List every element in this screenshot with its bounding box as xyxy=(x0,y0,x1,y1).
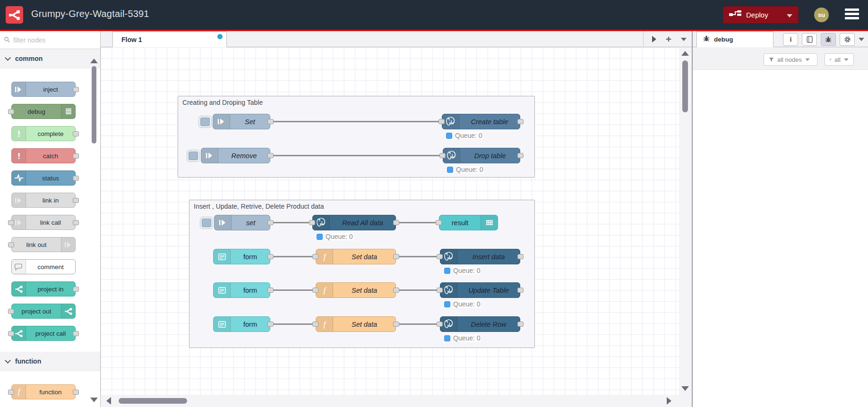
output-port[interactable] xyxy=(517,322,524,327)
output-port[interactable] xyxy=(267,153,274,158)
canvas-vscroll-thumb[interactable] xyxy=(682,60,688,112)
flow-node-read-all-data[interactable]: Read All data xyxy=(312,215,396,230)
filter-nodes-input[interactable] xyxy=(13,34,94,46)
output-port[interactable] xyxy=(73,87,79,92)
inject-trigger-button[interactable] xyxy=(187,150,200,162)
canvas-horizontal-scrollbar[interactable] xyxy=(101,395,679,407)
flow-node-remove[interactable]: Remove xyxy=(201,148,270,163)
flow-node-set[interactable]: set xyxy=(214,215,270,230)
previous-tabs-icon[interactable] xyxy=(652,36,656,42)
input-port[interactable] xyxy=(8,220,14,225)
flow-node-drop-table[interactable]: Drop table xyxy=(443,148,520,163)
output-port[interactable] xyxy=(267,288,274,293)
palette-node-link-out[interactable]: link out xyxy=(11,237,76,252)
wire-n5-n6[interactable] xyxy=(273,222,310,223)
main-menu-icon[interactable] xyxy=(845,8,859,21)
input-port[interactable] xyxy=(437,322,443,327)
palette-node-link-call[interactable]: link call xyxy=(11,215,76,230)
sidebar-button-settings-icon[interactable] xyxy=(840,33,855,46)
flow-node-set[interactable]: Set xyxy=(213,114,270,129)
output-port[interactable] xyxy=(73,287,79,292)
flow-node-form[interactable]: form xyxy=(213,316,270,332)
tab-flow-1[interactable]: Flow 1 xyxy=(112,31,227,47)
flow-node-delete-row[interactable]: Delete Row xyxy=(440,316,520,332)
palette-scrollbar-thumb[interactable] xyxy=(92,66,96,144)
sidebar-button-debug-icon[interactable] xyxy=(821,33,836,46)
output-port[interactable] xyxy=(393,220,399,225)
sidebar-button-info-icon[interactable]: i xyxy=(783,33,798,46)
input-port[interactable] xyxy=(8,309,14,314)
flow-node-set-data[interactable]: fSet data xyxy=(316,316,396,332)
output-port[interactable] xyxy=(517,153,524,158)
input-port[interactable] xyxy=(437,288,443,293)
output-port[interactable] xyxy=(393,288,399,293)
output-port[interactable] xyxy=(73,198,79,203)
palette-node-project-out[interactable]: project out xyxy=(11,304,76,319)
wire-n9-n10[interactable] xyxy=(398,256,438,257)
deploy-button[interactable]: Deploy xyxy=(723,6,799,24)
output-port[interactable] xyxy=(517,288,524,293)
add-flow-icon[interactable]: + xyxy=(666,34,671,44)
user-avatar[interactable]: su xyxy=(814,8,829,22)
sidebar-button-library-icon[interactable] xyxy=(802,33,817,46)
inject-trigger-button[interactable] xyxy=(200,217,213,229)
palette-category-function[interactable]: function xyxy=(0,352,100,371)
palette-node-project-call[interactable]: project call xyxy=(11,326,76,341)
wire-n8-n9[interactable] xyxy=(273,256,313,257)
palette-node-debug[interactable]: debug xyxy=(11,104,76,119)
output-port[interactable] xyxy=(73,220,79,225)
tab-debug[interactable]: debug xyxy=(696,31,773,47)
palette-node-project-in[interactable]: project in xyxy=(11,281,76,297)
debug-clear-button[interactable]: all xyxy=(825,53,854,66)
input-port[interactable] xyxy=(8,109,14,114)
output-port[interactable] xyxy=(393,322,399,327)
palette-node-link-in[interactable]: link in xyxy=(11,193,76,208)
canvas-scroll-down-icon[interactable] xyxy=(681,386,689,391)
wire-n3-n4[interactable] xyxy=(273,155,440,156)
flow-node-update-table[interactable]: Update Table xyxy=(440,282,520,298)
input-port[interactable] xyxy=(436,220,442,225)
palette-scroll-up-icon[interactable] xyxy=(90,59,98,63)
palette-category-common[interactable]: common xyxy=(0,49,100,68)
output-port[interactable] xyxy=(517,119,524,124)
output-port[interactable] xyxy=(73,131,79,136)
sidebar-menu-caret-icon[interactable] xyxy=(859,38,864,41)
input-port[interactable] xyxy=(312,322,318,327)
input-port[interactable] xyxy=(309,220,315,225)
flow-node-insert-data[interactable]: Insert data xyxy=(440,249,520,264)
input-port[interactable] xyxy=(8,390,14,395)
palette-node-complete[interactable]: complete xyxy=(11,126,76,141)
input-port[interactable] xyxy=(312,288,318,293)
palette-node-comment[interactable]: comment xyxy=(11,259,76,274)
palette-node-catch[interactable]: catch xyxy=(11,148,76,163)
input-port[interactable] xyxy=(312,254,318,259)
output-port[interactable] xyxy=(73,176,79,181)
output-port[interactable] xyxy=(267,254,274,259)
inject-trigger-button[interactable] xyxy=(198,116,212,128)
input-port[interactable] xyxy=(8,242,14,247)
flow-node-form[interactable]: form xyxy=(213,249,270,264)
output-port[interactable] xyxy=(267,322,274,327)
canvas-hscroll-thumb[interactable] xyxy=(119,398,187,404)
wire-n15-n16[interactable] xyxy=(398,323,438,325)
input-port[interactable] xyxy=(439,153,446,158)
palette-scroll-down-icon[interactable] xyxy=(90,398,98,402)
flow-list-icon[interactable] xyxy=(681,38,687,41)
deploy-options-caret-icon[interactable] xyxy=(787,14,792,17)
palette-node-inject[interactable]: inject xyxy=(11,82,76,97)
palette-node-status[interactable]: status xyxy=(11,170,76,186)
output-port[interactable] xyxy=(73,390,79,395)
canvas-scroll-left-icon[interactable] xyxy=(106,397,111,405)
wire-n6-n7[interactable] xyxy=(398,222,437,223)
flow-node-set-data[interactable]: fSet data xyxy=(316,282,396,298)
output-port[interactable] xyxy=(393,254,399,259)
flow-node-set-data[interactable]: fSet data xyxy=(316,249,396,264)
canvas-scroll-up-icon[interactable] xyxy=(681,51,689,56)
output-port[interactable] xyxy=(267,119,274,124)
output-port[interactable] xyxy=(517,254,524,259)
input-port[interactable] xyxy=(437,254,443,259)
canvas-scroll-right-icon[interactable] xyxy=(667,397,671,405)
flow-node-form[interactable]: form xyxy=(213,282,270,298)
wire-n1-n2[interactable] xyxy=(273,121,439,122)
input-port[interactable] xyxy=(8,331,14,336)
